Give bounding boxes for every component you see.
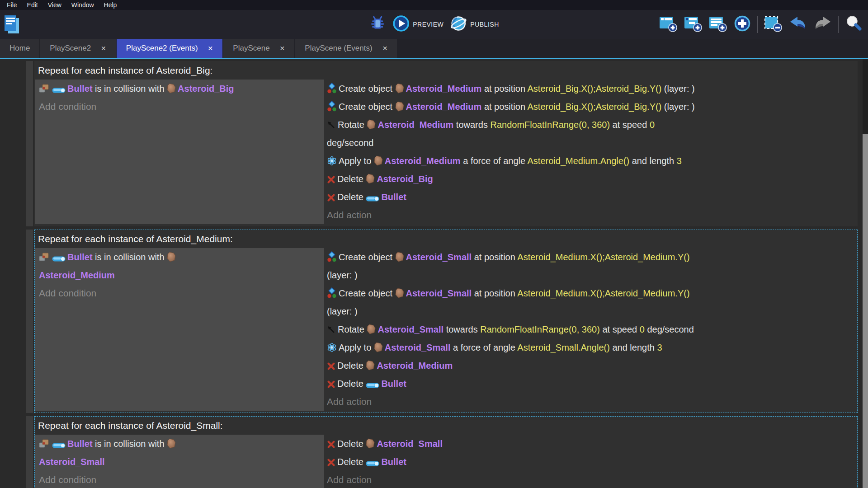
tab-home[interactable]: Home [0,39,39,58]
sentence-text: at position [472,252,517,262]
bullet-icon [366,375,379,393]
menu-help[interactable]: Help [99,1,122,9]
expression-text: RandomFloatInRange(0, 360) [490,120,610,130]
event-block[interactable]: Repeat for each instance of Asteroid_Sma… [34,416,858,488]
object-name: Asteroid_Small [39,457,105,467]
action-line[interactable]: Delete Asteroid_Medium [327,357,857,375]
event-header[interactable]: Repeat for each instance of Asteroid_Big… [35,61,857,80]
action-line[interactable]: Create object Asteroid_Small at position… [327,284,857,320]
add-event-button[interactable] [659,15,678,34]
tab-playscene2[interactable]: PlayScene2✕ [40,39,115,58]
scrollbar-thumb[interactable] [863,134,868,488]
redo-button[interactable] [813,15,832,33]
action-line[interactable]: Delete Bullet [327,188,857,206]
asteroid-icon [367,116,376,134]
menu-edit[interactable]: Edit [22,1,43,9]
expression-text: 3 [657,343,662,352]
create-object-icon [327,248,337,266]
event-header[interactable]: Repeat for each instance of Asteroid_Med… [35,230,857,248]
force-icon [327,152,337,170]
tab-playscene2-events-[interactable]: PlayScene2 (Events)✕ [117,39,222,58]
event-header[interactable]: Repeat for each instance of Asteroid_Sma… [35,417,857,435]
actions-panel[interactable]: Delete Asteroid_SmallDelete BulletAdd ac… [324,435,857,488]
action-line[interactable]: Create object Asteroid_Small at position… [327,248,857,284]
collision-icon [39,435,50,453]
add-condition-link[interactable]: Add condition [39,471,324,488]
action-line[interactable]: Rotate Asteroid_Small towards RandomFloa… [327,320,857,338]
sentence-text: at position [481,84,527,94]
add-event-icon [659,15,678,34]
add-action-link[interactable]: Add action [327,206,857,224]
action-line[interactable]: Apply to Asteroid_Small a force of angle… [327,338,857,357]
action-line[interactable]: Rotate Asteroid_Medium towards RandomFlo… [327,116,857,152]
actions-panel[interactable]: Create object Asteroid_Small at position… [324,248,857,411]
menu-file[interactable]: File [2,1,22,9]
undo-button[interactable] [788,15,807,33]
add-condition-link[interactable]: Add condition [39,98,324,116]
delete-event-button[interactable] [764,15,783,34]
debug-button[interactable] [369,15,386,34]
sentence-text: a force of angle [461,156,528,166]
expression-text: Asteroid_Medium.X();Asteroid_Medium.Y() [517,288,689,298]
object-name: Asteroid_Medium [377,120,453,130]
delete-icon [327,357,335,375]
tab-playscene[interactable]: PlayScene✕ [223,39,294,58]
collision-icon [39,80,50,98]
menu-view[interactable]: View [43,1,66,9]
sentence-text: deg/second [645,324,694,334]
add-condition-link[interactable]: Add condition [39,284,324,302]
actions-panel[interactable]: Create object Asteroid_Medium at positio… [324,80,857,224]
object-name: Bullet [67,439,93,449]
action-line[interactable]: Delete Bullet [327,453,857,471]
gdevelop-window: FileEditViewWindowHelp PREVIEW PUBLISH H… [0,0,868,488]
menu-window[interactable]: Window [66,1,99,9]
add-action-link[interactable]: Add action [327,471,857,488]
scrollbar[interactable] [863,59,868,488]
condition-line[interactable]: Bullet is in collision with Asteroid_Med… [39,248,324,284]
event-row: Repeat for each instance of Asteroid_Med… [26,230,858,413]
add-subevent-icon [684,15,703,34]
asteroid-icon [167,248,176,266]
action-line[interactable]: Delete Bullet [327,375,857,393]
tab-close-icon[interactable]: ✕ [382,45,388,52]
events-sheet[interactable]: Repeat for each instance of Asteroid_Big… [0,59,868,488]
planet-icon [450,15,467,34]
preview-button[interactable]: PREVIEW [392,15,443,34]
remove-selection-icon [764,15,783,34]
condition-line[interactable]: Bullet is in collision with Asteroid_Sma… [39,435,324,471]
action-line[interactable]: Apply to Asteroid_Medium a force of angl… [327,152,857,170]
condition-line[interactable]: Bullet is in collision with Asteroid_Big [39,80,324,98]
event-drag-handle[interactable] [26,416,33,488]
asteroid-icon [395,98,404,116]
app-logo-icon[interactable] [4,14,20,34]
action-line[interactable]: Create object Asteroid_Medium at positio… [327,98,857,116]
conditions-panel[interactable]: Bullet is in collision with Asteroid_Big… [35,80,324,224]
add-comment-button[interactable] [708,15,727,34]
conditions-panel[interactable]: Bullet is in collision with Asteroid_Sma… [35,435,324,488]
event-block[interactable]: Repeat for each instance of Asteroid_Big… [34,61,858,226]
action-line[interactable]: Delete Asteroid_Big [327,170,857,188]
sentence-text: (layer: ) [661,102,694,112]
add-action-link[interactable]: Add action [327,393,857,411]
event-drag-handle[interactable] [26,230,33,413]
expression-text: Asteroid_Small.Angle() [517,343,610,352]
expression-text: Asteroid_Medium.X();Asteroid_Medium.Y() [517,252,689,262]
search-button[interactable] [844,14,863,34]
conditions-panel[interactable]: Bullet is in collision with Asteroid_Med… [35,248,324,411]
tab-close-icon[interactable]: ✕ [280,45,285,52]
event-row: Repeat for each instance of Asteroid_Sma… [26,416,858,488]
publish-label: PUBLISH [470,21,499,28]
add-new-button[interactable] [733,14,751,34]
action-line[interactable]: Create object Asteroid_Medium at positio… [327,80,857,98]
add-subevent-button[interactable] [684,15,703,34]
sentence-text: is in collision with [93,439,167,449]
search-icon [844,14,863,34]
tab-close-icon[interactable]: ✕ [101,45,106,52]
event-block[interactable]: Repeat for each instance of Asteroid_Med… [34,230,858,413]
tab-close-icon[interactable]: ✕ [208,45,213,52]
sentence-text: Delete [337,379,366,389]
tab-playscene-events-[interactable]: PlayScene (Events)✕ [295,39,397,58]
publish-button[interactable]: PUBLISH [450,15,499,34]
event-drag-handle[interactable] [26,61,33,226]
action-line[interactable]: Delete Asteroid_Small [327,435,857,453]
